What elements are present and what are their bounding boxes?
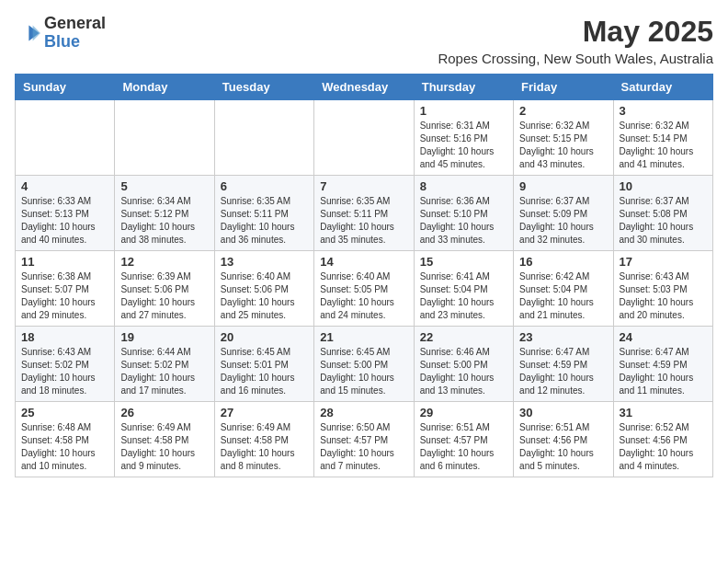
day-info: Sunrise: 6:33 AM Sunset: 5:13 PM Dayligh… — [21, 195, 108, 247]
day-info: Sunrise: 6:41 AM Sunset: 5:04 PM Dayligh… — [420, 270, 507, 322]
calendar-week-3: 11Sunrise: 6:38 AM Sunset: 5:07 PM Dayli… — [16, 251, 713, 327]
calendar-cell: 5Sunrise: 6:34 AM Sunset: 5:12 PM Daylig… — [115, 176, 214, 251]
column-header-saturday: Saturday — [613, 75, 712, 100]
calendar-cell: 31Sunrise: 6:52 AM Sunset: 4:56 PM Dayli… — [613, 402, 712, 477]
day-number: 27 — [221, 406, 308, 419]
calendar-cell — [16, 100, 115, 176]
day-number: 12 — [120, 255, 208, 269]
calendar-cell: 28Sunrise: 6:50 AM Sunset: 4:57 PM Dayli… — [314, 402, 414, 477]
day-number: 9 — [519, 179, 607, 193]
logo-text: General Blue — [44, 15, 106, 52]
day-info: Sunrise: 6:45 AM Sunset: 5:00 PM Dayligh… — [320, 346, 407, 397]
day-info: Sunrise: 6:51 AM Sunset: 4:56 PM Dayligh… — [519, 421, 607, 473]
day-number: 30 — [519, 406, 607, 419]
calendar-table: SundayMondayTuesdayWednesdayThursdayFrid… — [15, 74, 713, 477]
day-info: Sunrise: 6:40 AM Sunset: 5:05 PM Dayligh… — [320, 270, 407, 322]
day-number: 6 — [221, 179, 308, 193]
calendar-cell: 1Sunrise: 6:31 AM Sunset: 5:16 PM Daylig… — [414, 100, 513, 176]
calendar-week-5: 25Sunrise: 6:48 AM Sunset: 4:58 PM Dayli… — [16, 402, 713, 477]
calendar-cell: 4Sunrise: 6:33 AM Sunset: 5:13 PM Daylig… — [16, 176, 115, 251]
calendar-cell: 8Sunrise: 6:36 AM Sunset: 5:10 PM Daylig… — [414, 176, 513, 251]
day-info: Sunrise: 6:52 AM Sunset: 4:56 PM Dayligh… — [620, 421, 707, 473]
day-number: 24 — [620, 330, 707, 344]
day-info: Sunrise: 6:36 AM Sunset: 5:10 PM Dayligh… — [420, 195, 507, 247]
calendar-cell: 24Sunrise: 6:47 AM Sunset: 4:59 PM Dayli… — [613, 327, 712, 402]
logo-blue: Blue — [44, 32, 80, 51]
location-subtitle: Ropes Crossing, New South Wales, Austral… — [438, 51, 713, 66]
logo: General Blue — [15, 15, 106, 52]
calendar-cell: 7Sunrise: 6:35 AM Sunset: 5:11 PM Daylig… — [314, 176, 414, 251]
day-info: Sunrise: 6:48 AM Sunset: 4:58 PM Dayligh… — [21, 421, 108, 473]
day-number: 4 — [21, 179, 108, 193]
day-number: 23 — [519, 330, 607, 344]
day-number: 17 — [620, 255, 707, 269]
calendar-cell: 26Sunrise: 6:49 AM Sunset: 4:58 PM Dayli… — [115, 402, 214, 477]
calendar-week-1: 1Sunrise: 6:31 AM Sunset: 5:16 PM Daylig… — [16, 100, 713, 176]
calendar-cell: 21Sunrise: 6:45 AM Sunset: 5:00 PM Dayli… — [314, 327, 414, 402]
calendar-cell: 11Sunrise: 6:38 AM Sunset: 5:07 PM Dayli… — [16, 251, 115, 327]
calendar-cell: 15Sunrise: 6:41 AM Sunset: 5:04 PM Dayli… — [414, 251, 513, 327]
day-info: Sunrise: 6:43 AM Sunset: 5:03 PM Dayligh… — [620, 270, 707, 322]
day-number: 31 — [620, 406, 707, 419]
day-info: Sunrise: 6:42 AM Sunset: 5:04 PM Dayligh… — [519, 270, 607, 322]
day-number: 11 — [21, 255, 108, 269]
day-info: Sunrise: 6:47 AM Sunset: 4:59 PM Dayligh… — [620, 346, 707, 397]
day-info: Sunrise: 6:47 AM Sunset: 4:59 PM Dayligh… — [519, 346, 607, 397]
day-info: Sunrise: 6:46 AM Sunset: 5:00 PM Dayligh… — [420, 346, 507, 397]
page-header: General Blue May 2025 Ropes Crossing, Ne… — [15, 15, 713, 66]
day-number: 10 — [620, 179, 707, 193]
day-number: 13 — [221, 255, 308, 269]
day-number: 19 — [120, 330, 208, 344]
day-info: Sunrise: 6:39 AM Sunset: 5:06 PM Dayligh… — [120, 270, 208, 322]
calendar-cell: 29Sunrise: 6:51 AM Sunset: 4:57 PM Dayli… — [414, 402, 513, 477]
day-info: Sunrise: 6:49 AM Sunset: 4:58 PM Dayligh… — [120, 421, 208, 473]
day-number: 22 — [420, 330, 507, 344]
day-info: Sunrise: 6:51 AM Sunset: 4:57 PM Dayligh… — [420, 421, 507, 473]
calendar-cell: 9Sunrise: 6:37 AM Sunset: 5:09 PM Daylig… — [514, 176, 613, 251]
day-number: 18 — [21, 330, 108, 344]
day-number: 15 — [420, 255, 507, 269]
calendar-cell — [314, 100, 414, 176]
calendar-cell: 27Sunrise: 6:49 AM Sunset: 4:58 PM Dayli… — [214, 402, 313, 477]
calendar-cell: 12Sunrise: 6:39 AM Sunset: 5:06 PM Dayli… — [115, 251, 214, 327]
day-info: Sunrise: 6:34 AM Sunset: 5:12 PM Dayligh… — [120, 195, 208, 247]
calendar-header-row: SundayMondayTuesdayWednesdayThursdayFrid… — [16, 75, 713, 100]
calendar-cell: 20Sunrise: 6:45 AM Sunset: 5:01 PM Dayli… — [214, 327, 313, 402]
day-info: Sunrise: 6:35 AM Sunset: 5:11 PM Dayligh… — [221, 195, 308, 247]
day-info: Sunrise: 6:44 AM Sunset: 5:02 PM Dayligh… — [120, 346, 208, 397]
column-header-wednesday: Wednesday — [314, 75, 414, 100]
day-info: Sunrise: 6:50 AM Sunset: 4:57 PM Dayligh… — [320, 421, 407, 473]
day-number: 2 — [519, 104, 607, 118]
day-number: 1 — [420, 104, 507, 118]
calendar-cell: 30Sunrise: 6:51 AM Sunset: 4:56 PM Dayli… — [514, 402, 613, 477]
logo-icon — [15, 20, 40, 46]
day-info: Sunrise: 6:43 AM Sunset: 5:02 PM Dayligh… — [21, 346, 108, 397]
calendar-cell: 16Sunrise: 6:42 AM Sunset: 5:04 PM Dayli… — [514, 251, 613, 327]
day-info: Sunrise: 6:35 AM Sunset: 5:11 PM Dayligh… — [320, 195, 407, 247]
day-info: Sunrise: 6:32 AM Sunset: 5:14 PM Dayligh… — [620, 120, 707, 171]
day-number: 5 — [120, 179, 208, 193]
day-info: Sunrise: 6:38 AM Sunset: 5:07 PM Dayligh… — [21, 270, 108, 322]
calendar-cell — [214, 100, 313, 176]
day-info: Sunrise: 6:32 AM Sunset: 5:15 PM Dayligh… — [519, 120, 607, 171]
column-header-thursday: Thursday — [414, 75, 513, 100]
column-header-tuesday: Tuesday — [214, 75, 313, 100]
logo-general: General — [44, 14, 106, 32]
day-info: Sunrise: 6:31 AM Sunset: 5:16 PM Dayligh… — [420, 120, 507, 171]
calendar-cell: 3Sunrise: 6:32 AM Sunset: 5:14 PM Daylig… — [613, 100, 712, 176]
day-number: 8 — [420, 179, 507, 193]
calendar-cell: 10Sunrise: 6:37 AM Sunset: 5:08 PM Dayli… — [613, 176, 712, 251]
day-number: 29 — [420, 406, 507, 419]
title-area: May 2025 Ropes Crossing, New South Wales… — [438, 15, 713, 66]
day-info: Sunrise: 6:37 AM Sunset: 5:09 PM Dayligh… — [519, 195, 607, 247]
calendar-cell: 23Sunrise: 6:47 AM Sunset: 4:59 PM Dayli… — [514, 327, 613, 402]
day-number: 7 — [320, 179, 407, 193]
column-header-sunday: Sunday — [16, 75, 115, 100]
svg-marker-2 — [33, 25, 40, 40]
day-number: 28 — [320, 406, 407, 419]
day-info: Sunrise: 6:45 AM Sunset: 5:01 PM Dayligh… — [221, 346, 308, 397]
calendar-cell: 6Sunrise: 6:35 AM Sunset: 5:11 PM Daylig… — [214, 176, 313, 251]
calendar-cell: 14Sunrise: 6:40 AM Sunset: 5:05 PM Dayli… — [314, 251, 414, 327]
day-info: Sunrise: 6:49 AM Sunset: 4:58 PM Dayligh… — [221, 421, 308, 473]
calendar-cell: 17Sunrise: 6:43 AM Sunset: 5:03 PM Dayli… — [613, 251, 712, 327]
